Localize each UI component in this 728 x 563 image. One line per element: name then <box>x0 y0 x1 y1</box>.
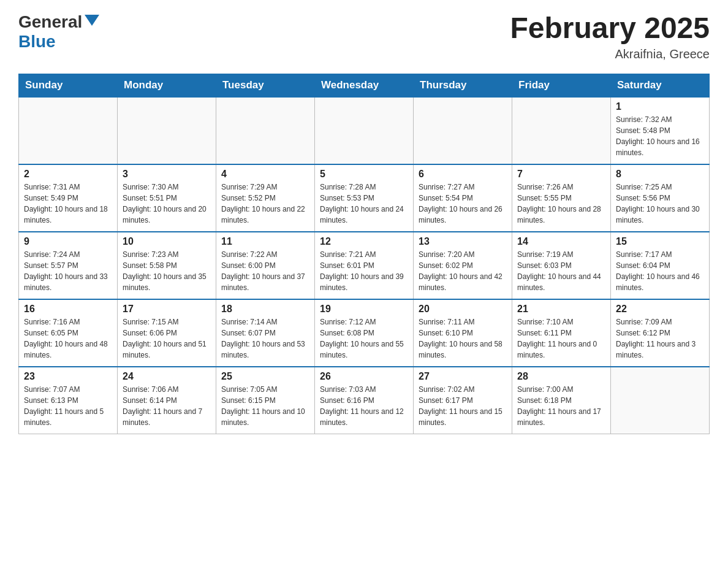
day-number: 25 <box>221 371 309 382</box>
calendar-day-cell <box>512 97 611 164</box>
calendar-day-cell: 27Sunrise: 7:02 AM Sunset: 6:17 PM Dayli… <box>414 367 512 434</box>
logo-arrow-icon <box>85 15 99 26</box>
day-number: 3 <box>123 169 211 180</box>
day-number: 19 <box>320 304 408 315</box>
calendar-day-cell: 21Sunrise: 7:10 AM Sunset: 6:11 PM Dayli… <box>512 299 611 367</box>
day-number: 16 <box>24 304 112 315</box>
calendar-day-cell <box>611 367 710 434</box>
day-sun-info: Sunrise: 7:20 AM Sunset: 6:02 PM Dayligh… <box>419 249 507 293</box>
day-sun-info: Sunrise: 7:28 AM Sunset: 5:53 PM Dayligh… <box>320 182 408 226</box>
month-title: February 2025 <box>510 12 710 45</box>
day-sun-info: Sunrise: 7:25 AM Sunset: 5:56 PM Dayligh… <box>616 182 704 226</box>
day-sun-info: Sunrise: 7:26 AM Sunset: 5:55 PM Dayligh… <box>517 182 605 226</box>
day-number: 12 <box>320 236 408 247</box>
calendar-day-cell: 12Sunrise: 7:21 AM Sunset: 6:01 PM Dayli… <box>315 232 414 299</box>
day-sun-info: Sunrise: 7:31 AM Sunset: 5:49 PM Dayligh… <box>24 182 112 226</box>
day-number: 23 <box>24 371 112 382</box>
day-sun-info: Sunrise: 7:00 AM Sunset: 6:18 PM Dayligh… <box>517 384 605 428</box>
logo: General Blue <box>18 12 99 52</box>
day-sun-info: Sunrise: 7:16 AM Sunset: 6:05 PM Dayligh… <box>24 316 112 361</box>
day-number: 26 <box>320 371 408 382</box>
calendar-day-cell: 15Sunrise: 7:17 AM Sunset: 6:04 PM Dayli… <box>611 232 710 299</box>
day-number: 14 <box>517 236 605 247</box>
calendar-day-cell: 22Sunrise: 7:09 AM Sunset: 6:12 PM Dayli… <box>611 299 710 367</box>
day-sun-info: Sunrise: 7:11 AM Sunset: 6:10 PM Dayligh… <box>419 316 507 361</box>
day-number: 8 <box>616 169 704 180</box>
page-header: General Blue February 2025 Akraifnia, Gr… <box>18 12 710 61</box>
calendar-day-cell <box>414 97 512 164</box>
calendar-day-cell: 2Sunrise: 7:31 AM Sunset: 5:49 PM Daylig… <box>19 164 118 232</box>
calendar-day-cell: 4Sunrise: 7:29 AM Sunset: 5:52 PM Daylig… <box>216 164 315 232</box>
day-sun-info: Sunrise: 7:17 AM Sunset: 6:04 PM Dayligh… <box>616 249 704 293</box>
calendar-week-row: 2Sunrise: 7:31 AM Sunset: 5:49 PM Daylig… <box>19 164 710 232</box>
day-number: 11 <box>221 236 309 247</box>
day-number: 9 <box>24 236 112 247</box>
day-sun-info: Sunrise: 7:12 AM Sunset: 6:08 PM Dayligh… <box>320 316 408 361</box>
calendar-week-row: 23Sunrise: 7:07 AM Sunset: 6:13 PM Dayli… <box>19 367 710 434</box>
calendar-day-cell: 17Sunrise: 7:15 AM Sunset: 6:06 PM Dayli… <box>118 299 216 367</box>
day-of-week-header: Tuesday <box>216 74 315 97</box>
calendar-week-row: 9Sunrise: 7:24 AM Sunset: 5:57 PM Daylig… <box>19 232 710 299</box>
day-number: 7 <box>517 169 605 180</box>
day-sun-info: Sunrise: 7:15 AM Sunset: 6:06 PM Dayligh… <box>123 316 211 361</box>
calendar-day-cell: 18Sunrise: 7:14 AM Sunset: 6:07 PM Dayli… <box>216 299 315 367</box>
calendar-day-cell <box>118 97 216 164</box>
day-number: 4 <box>221 169 309 180</box>
day-sun-info: Sunrise: 7:06 AM Sunset: 6:14 PM Dayligh… <box>123 384 211 428</box>
day-number: 28 <box>517 371 605 382</box>
day-sun-info: Sunrise: 7:24 AM Sunset: 5:57 PM Dayligh… <box>24 249 112 293</box>
day-of-week-header: Wednesday <box>315 74 414 97</box>
calendar-day-cell <box>216 97 315 164</box>
calendar-day-cell: 6Sunrise: 7:27 AM Sunset: 5:54 PM Daylig… <box>414 164 512 232</box>
calendar-day-cell: 5Sunrise: 7:28 AM Sunset: 5:53 PM Daylig… <box>315 164 414 232</box>
day-of-week-header: Friday <box>512 74 611 97</box>
day-sun-info: Sunrise: 7:19 AM Sunset: 6:03 PM Dayligh… <box>517 249 605 293</box>
day-number: 13 <box>419 236 507 247</box>
calendar-day-cell: 20Sunrise: 7:11 AM Sunset: 6:10 PM Dayli… <box>414 299 512 367</box>
title-section: February 2025 Akraifnia, Greece <box>510 12 710 61</box>
day-of-week-header: Saturday <box>611 74 710 97</box>
day-sun-info: Sunrise: 7:03 AM Sunset: 6:16 PM Dayligh… <box>320 384 408 428</box>
day-number: 15 <box>616 236 704 247</box>
calendar-day-cell <box>19 97 118 164</box>
calendar-day-cell <box>315 97 414 164</box>
day-of-week-header: Thursday <box>414 74 512 97</box>
location-text: Akraifnia, Greece <box>510 47 710 61</box>
calendar-day-cell: 8Sunrise: 7:25 AM Sunset: 5:56 PM Daylig… <box>611 164 710 232</box>
calendar-table: SundayMondayTuesdayWednesdayThursdayFrid… <box>18 74 710 435</box>
calendar-week-row: 1Sunrise: 7:32 AM Sunset: 5:48 PM Daylig… <box>19 97 710 164</box>
day-sun-info: Sunrise: 7:14 AM Sunset: 6:07 PM Dayligh… <box>221 316 309 361</box>
logo-blue-text: Blue <box>18 32 56 52</box>
calendar-header-row: SundayMondayTuesdayWednesdayThursdayFrid… <box>19 74 710 97</box>
day-sun-info: Sunrise: 7:23 AM Sunset: 5:58 PM Dayligh… <box>123 249 211 293</box>
day-of-week-header: Sunday <box>19 74 118 97</box>
day-sun-info: Sunrise: 7:05 AM Sunset: 6:15 PM Dayligh… <box>221 384 309 428</box>
logo-general-text: General <box>18 12 82 32</box>
day-number: 20 <box>419 304 507 315</box>
day-sun-info: Sunrise: 7:07 AM Sunset: 6:13 PM Dayligh… <box>24 384 112 428</box>
calendar-day-cell: 11Sunrise: 7:22 AM Sunset: 6:00 PM Dayli… <box>216 232 315 299</box>
day-sun-info: Sunrise: 7:29 AM Sunset: 5:52 PM Dayligh… <box>221 182 309 226</box>
calendar-day-cell: 24Sunrise: 7:06 AM Sunset: 6:14 PM Dayli… <box>118 367 216 434</box>
calendar-day-cell: 13Sunrise: 7:20 AM Sunset: 6:02 PM Dayli… <box>414 232 512 299</box>
day-sun-info: Sunrise: 7:09 AM Sunset: 6:12 PM Dayligh… <box>616 316 704 361</box>
day-number: 6 <box>419 169 507 180</box>
day-number: 17 <box>123 304 211 315</box>
calendar-day-cell: 25Sunrise: 7:05 AM Sunset: 6:15 PM Dayli… <box>216 367 315 434</box>
day-number: 22 <box>616 304 704 315</box>
calendar-day-cell: 19Sunrise: 7:12 AM Sunset: 6:08 PM Dayli… <box>315 299 414 367</box>
day-sun-info: Sunrise: 7:22 AM Sunset: 6:00 PM Dayligh… <box>221 249 309 293</box>
calendar-day-cell: 28Sunrise: 7:00 AM Sunset: 6:18 PM Dayli… <box>512 367 611 434</box>
day-number: 5 <box>320 169 408 180</box>
calendar-day-cell: 14Sunrise: 7:19 AM Sunset: 6:03 PM Dayli… <box>512 232 611 299</box>
day-number: 18 <box>221 304 309 315</box>
calendar-day-cell: 7Sunrise: 7:26 AM Sunset: 5:55 PM Daylig… <box>512 164 611 232</box>
day-sun-info: Sunrise: 7:21 AM Sunset: 6:01 PM Dayligh… <box>320 249 408 293</box>
day-number: 27 <box>419 371 507 382</box>
day-sun-info: Sunrise: 7:27 AM Sunset: 5:54 PM Dayligh… <box>419 182 507 226</box>
day-sun-info: Sunrise: 7:02 AM Sunset: 6:17 PM Dayligh… <box>419 384 507 428</box>
day-number: 2 <box>24 169 112 180</box>
day-number: 1 <box>616 101 704 112</box>
calendar-day-cell: 1Sunrise: 7:32 AM Sunset: 5:48 PM Daylig… <box>611 97 710 164</box>
calendar-day-cell: 23Sunrise: 7:07 AM Sunset: 6:13 PM Dayli… <box>19 367 118 434</box>
